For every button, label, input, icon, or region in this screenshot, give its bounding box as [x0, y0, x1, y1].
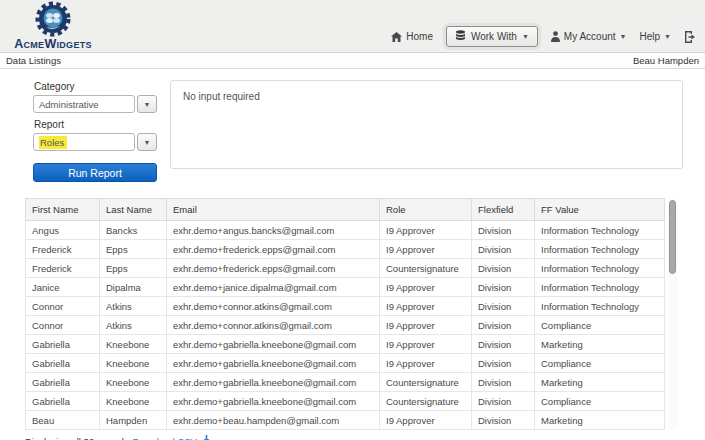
table-cell: Kneebone: [100, 335, 167, 354]
nav-my-account-label: My Account: [564, 31, 616, 42]
table-cell: Marketing: [535, 411, 665, 430]
table-cell: Information Technology: [535, 297, 665, 316]
table-row: AngusBancksexhr.demo+angus.bancks@gmail.…: [26, 221, 665, 240]
table-cell: Division: [472, 335, 535, 354]
report-input-panel: No input required: [170, 80, 683, 169]
table-row: GabriellaKneeboneexhr.demo+gabriella.kne…: [26, 373, 665, 392]
category-input[interactable]: Administrative: [33, 95, 135, 113]
gear-logo-icon: [8, 1, 98, 38]
column-header-flexfield: Flexfield: [472, 199, 535, 221]
no-input-message: No input required: [183, 91, 260, 102]
table-cell: exhr.demo+gabriella.kneebone@gmail.com: [167, 373, 380, 392]
nav-my-account[interactable]: My Account ▼: [551, 31, 627, 42]
table-row: ConnorAtkinsexhr.demo+connor.atkins@gmai…: [26, 316, 665, 335]
download-csv-link[interactable]: Download CSV: [133, 436, 197, 440]
table-row: JaniceDipalmaexhr.demo+janice.dipalma@gm…: [26, 278, 665, 297]
table-cell: Information Technology: [535, 221, 665, 240]
filters-column: Category Administrative ▼ Report Roles ▼…: [33, 80, 157, 182]
column-header-last-name: Last Name: [100, 199, 167, 221]
breadcrumb: Data Listings: [6, 55, 61, 66]
table-cell: Epps: [100, 240, 167, 259]
table-cell: Information Technology: [535, 240, 665, 259]
category-dropdown-button[interactable]: ▼: [137, 95, 157, 113]
run-report-button[interactable]: Run Report: [33, 163, 157, 182]
table-scrollbar[interactable]: [668, 198, 677, 430]
table-cell: exhr.demo+frederick.epps@gmail.com: [167, 240, 380, 259]
chevron-down-icon: ▼: [522, 33, 529, 40]
table-cell: Janice: [26, 278, 100, 297]
table-cell: I9 Approver: [380, 316, 472, 335]
table-cell: exhr.demo+beau.hampden@gmail.com: [167, 411, 380, 430]
table-cell: exhr.demo+connor.atkins@gmail.com: [167, 316, 380, 335]
table-cell: Division: [472, 297, 535, 316]
table-cell: Countersignature: [380, 392, 472, 411]
column-header-ff-value: FF Value: [535, 199, 665, 221]
table-cell: Division: [472, 259, 535, 278]
chevron-down-icon: ▼: [664, 33, 671, 40]
table-row: GabriellaKneeboneexhr.demo+gabriella.kne…: [26, 335, 665, 354]
column-header-email: Email: [167, 199, 380, 221]
brand-logo[interactable]: AcmeWidgets: [8, 1, 98, 51]
table-cell: Connor: [26, 316, 100, 335]
table-cell: Frederick: [26, 240, 100, 259]
table-cell: exhr.demo+angus.bancks@gmail.com: [167, 221, 380, 240]
report-value-highlighted: Roles: [39, 136, 67, 149]
table-cell: Frederick: [26, 259, 100, 278]
table-cell: Marketing: [535, 335, 665, 354]
table-cell: Gabriella: [26, 335, 100, 354]
table-cell: Compliance: [535, 392, 665, 411]
table-cell: I9 Approver: [380, 354, 472, 373]
table-cell: Atkins: [100, 297, 167, 316]
nav-help-label: Help: [639, 31, 660, 42]
nav-home[interactable]: Home: [391, 31, 433, 42]
report-combobox: Roles ▼: [33, 133, 157, 151]
table-cell: I9 Approver: [380, 297, 472, 316]
nav-help[interactable]: Help ▼: [639, 31, 671, 42]
nav-work-with-label: Work With: [471, 31, 517, 42]
table-cell: Dipalma: [100, 278, 167, 297]
table-cell: Kneebone: [100, 354, 167, 373]
table-cell: Gabriella: [26, 373, 100, 392]
table-cell: Division: [472, 354, 535, 373]
table-cell: Kneebone: [100, 373, 167, 392]
results-footer: Displaying all 32 records Download CSV: [25, 435, 705, 440]
table-cell: Epps: [100, 259, 167, 278]
nav-logout[interactable]: [684, 31, 697, 43]
scrollbar-thumb[interactable]: [669, 200, 676, 274]
table-cell: Compliance: [535, 316, 665, 335]
table-cell: Division: [472, 316, 535, 335]
table-cell: Countersignature: [380, 259, 472, 278]
report-input[interactable]: Roles: [33, 133, 135, 151]
report-label: Report: [34, 119, 157, 130]
table-cell: Compliance: [535, 354, 665, 373]
category-value: Administrative: [39, 99, 99, 110]
filters-section: Category Administrative ▼ Report Roles ▼…: [33, 80, 683, 182]
brand-name: AcmeWidgets: [8, 37, 98, 51]
report-table-body: AngusBancksexhr.demo+angus.bancks@gmail.…: [26, 221, 665, 430]
table-row: ConnorAtkinsexhr.demo+connor.atkins@gmai…: [26, 297, 665, 316]
table-row: FrederickEppsexhr.demo+frederick.epps@gm…: [26, 259, 665, 278]
table-cell: I9 Approver: [380, 411, 472, 430]
nav-work-with-button[interactable]: Work With ▼: [446, 26, 538, 47]
table-cell: Division: [472, 392, 535, 411]
table-cell: exhr.demo+gabriella.kneebone@gmail.com: [167, 335, 380, 354]
download-icon[interactable]: [201, 435, 212, 440]
column-header-first-name: First Name: [26, 199, 100, 221]
chevron-down-icon: ▼: [144, 139, 151, 146]
table-cell: Countersignature: [380, 373, 472, 392]
user-icon: [551, 31, 560, 42]
table-cell: Division: [472, 278, 535, 297]
database-icon: [455, 30, 466, 43]
table-cell: Division: [472, 411, 535, 430]
table-cell: I9 Approver: [380, 278, 472, 297]
table-cell: Connor: [26, 297, 100, 316]
table-row: BeauHampdenexhr.demo+beau.hampden@gmail.…: [26, 411, 665, 430]
table-cell: Beau: [26, 411, 100, 430]
chevron-down-icon: ▼: [620, 33, 627, 40]
table-cell: Kneebone: [100, 392, 167, 411]
table-cell: Gabriella: [26, 392, 100, 411]
table-cell: exhr.demo+frederick.epps@gmail.com: [167, 259, 380, 278]
table-cell: I9 Approver: [380, 221, 472, 240]
report-dropdown-button[interactable]: ▼: [137, 133, 157, 151]
table-cell: exhr.demo+gabriella.kneebone@gmail.com: [167, 392, 380, 411]
